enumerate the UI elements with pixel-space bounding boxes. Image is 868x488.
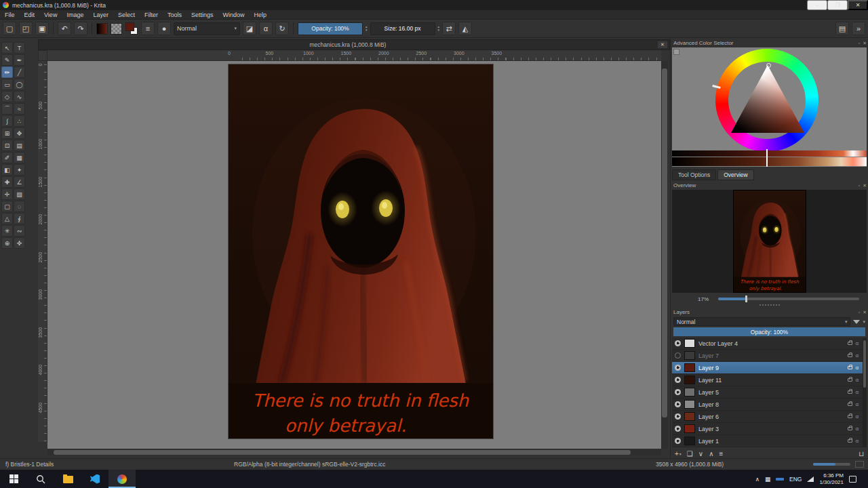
zoom-tool[interactable]: ⊕ [1, 237, 13, 249]
undo-button[interactable]: ↶ [58, 22, 71, 35]
smart-patch-tool[interactable]: ✚ [1, 176, 13, 188]
layer-alpha-lock-icon[interactable]: α [855, 401, 859, 407]
gradient-tool[interactable]: ▤ [14, 140, 25, 151]
status-zoom-box[interactable] [855, 461, 864, 468]
overview-zoom-slider[interactable] [718, 298, 859, 300]
close-dock-icon[interactable]: ✕ [863, 41, 867, 46]
alpha-lock-button[interactable]: α [259, 22, 273, 35]
rectangular-select-tool[interactable]: ▢ [1, 201, 13, 212]
line-tool[interactable]: ╱ [14, 66, 25, 78]
reload-preset-button[interactable]: ↻ [275, 22, 289, 35]
document-tab[interactable]: mechanicus.kra (1,000.8 MiB) [39, 41, 657, 48]
select-shapes-tool[interactable]: ↖ [1, 42, 13, 54]
assistants-tool[interactable]: ✛ [1, 188, 13, 200]
layer-filter-icon[interactable] [853, 320, 860, 324]
close-dock-icon[interactable]: ✕ [863, 183, 867, 188]
edit-shapes-tool[interactable]: ✎ [1, 54, 13, 66]
delete-layer-button[interactable]: ⊔ [859, 450, 864, 458]
shade-strip-2[interactable] [672, 157, 867, 166]
opacity-spinner[interactable]: ▴▾ [366, 25, 368, 32]
advanced-color-selector[interactable] [672, 47, 867, 167]
layer-list-scrollbar[interactable] [863, 338, 867, 447]
layer-lock-icon[interactable] [848, 390, 852, 394]
layer-alpha-lock-icon[interactable]: α [855, 426, 859, 432]
ellipse-tool[interactable]: ◯ [14, 79, 25, 90]
crop-tool[interactable]: ⊡ [1, 140, 13, 151]
calligraphy-tool[interactable]: ✒ [14, 54, 25, 66]
layer-visibility-eye-icon[interactable] [675, 413, 681, 420]
color-selector-settings-icon[interactable] [673, 49, 679, 55]
layer-row[interactable]: Layer 5 α [672, 386, 867, 399]
vscode-button[interactable] [81, 470, 108, 488]
layer-lock-icon[interactable] [848, 366, 852, 369]
float-dock-icon[interactable]: ▫ [859, 41, 860, 46]
layer-lock-icon[interactable] [848, 342, 852, 345]
pattern-edit-tool[interactable]: ▦ [14, 152, 25, 163]
tray-expand-icon[interactable]: ∧ [755, 476, 760, 483]
layer-row[interactable]: Layer 1 α [672, 435, 867, 447]
layer-lock-icon[interactable] [848, 439, 852, 443]
action-center-icon[interactable] [849, 476, 856, 483]
tray-app-icon[interactable] [776, 478, 784, 481]
layer-visibility-eye-icon[interactable] [675, 426, 681, 432]
polyline-tool[interactable]: ∿ [14, 91, 25, 102]
redo-button[interactable]: ↷ [74, 22, 87, 35]
layer-lock-icon[interactable] [848, 378, 852, 382]
new-document-button[interactable]: ▢ [3, 22, 16, 35]
layer-visibility-eye-icon[interactable] [675, 389, 681, 395]
brush-editor-button[interactable]: ≡ [141, 22, 155, 35]
minimize-button[interactable]: – [807, 0, 827, 10]
save-document-button[interactable]: ▣ [35, 22, 49, 35]
color-sampler-tool[interactable]: ✐ [1, 152, 13, 163]
move-layer-down-button[interactable]: ∨ [698, 450, 703, 458]
float-dock-icon[interactable]: ▫ [859, 183, 860, 188]
menu-item[interactable]: File [0, 11, 20, 19]
layer-properties-button[interactable]: ≡ [719, 450, 723, 458]
layer-lock-icon[interactable] [848, 427, 852, 430]
zoom-slider-knob[interactable] [745, 296, 747, 302]
gradient-swatch[interactable] [96, 23, 108, 35]
pattern-swatch[interactable] [111, 23, 122, 35]
mirror-vertical-button[interactable]: ◭ [458, 22, 472, 35]
layer-blending-mode-dropdown[interactable]: Normal ▾ [673, 317, 850, 326]
layer-alpha-lock-icon[interactable]: α [855, 352, 859, 359]
move-tool[interactable]: ✥ [14, 127, 25, 139]
menu-item[interactable]: Help [250, 11, 272, 19]
float-dock-icon[interactable]: ▫ [859, 310, 860, 315]
open-document-button[interactable]: ◰ [19, 22, 33, 35]
layer-alpha-lock-icon[interactable]: α [855, 438, 859, 444]
layer-alpha-lock-icon[interactable]: α [855, 389, 859, 395]
polygonal-select-tool[interactable]: △ [1, 213, 13, 224]
dynamic-brush-tool[interactable]: ∫ [1, 115, 13, 127]
chevron-down-icon[interactable]: ▾ [863, 319, 865, 325]
multibrush-tool[interactable]: ∴ [14, 115, 25, 127]
menu-item[interactable]: Edit [20, 11, 40, 19]
blending-mode-dropdown[interactable]: Normal ▾ [174, 22, 240, 35]
layer-visibility-eye-icon[interactable] [675, 377, 681, 383]
add-layer-button[interactable]: + ▾ [675, 450, 682, 458]
layer-alpha-lock-icon[interactable]: α [855, 413, 859, 420]
mirror-horizontal-button[interactable]: ⇄ [442, 22, 456, 35]
menu-item[interactable]: Layer [88, 11, 113, 19]
brush-size-slider[interactable]: Size: 16.00 px [370, 22, 435, 35]
menu-item[interactable]: View [39, 11, 62, 19]
layer-lock-icon[interactable] [848, 403, 852, 406]
text-tool[interactable]: T [14, 42, 25, 54]
polygon-tool[interactable]: ◇ [1, 91, 13, 102]
horizontal-scrollbar-handle[interactable] [54, 450, 631, 455]
menu-item[interactable]: Select [113, 11, 140, 19]
menu-item[interactable]: Settings [186, 11, 218, 19]
layer-opacity-slider[interactable]: Opacity: 100% [673, 327, 865, 336]
layer-visibility-eye-icon[interactable] [675, 401, 681, 407]
layer-lock-icon[interactable] [848, 354, 852, 357]
rectangle-tool[interactable]: ▭ [1, 79, 13, 90]
freehand-brush-tool[interactable]: ✏ [1, 66, 13, 78]
layer-row[interactable]: Layer 8 α [672, 399, 867, 411]
layer-row[interactable]: Vector Layer 4 α [672, 338, 867, 350]
vertical-scrollbar[interactable] [661, 61, 668, 449]
network-icon[interactable] [807, 476, 814, 482]
tray-widget-icon[interactable]: ▦ [765, 476, 770, 483]
overview-panel[interactable] [672, 190, 867, 293]
krita-taskbar-button[interactable] [108, 470, 136, 488]
toolbar-overflow-button[interactable]: » [852, 22, 865, 35]
